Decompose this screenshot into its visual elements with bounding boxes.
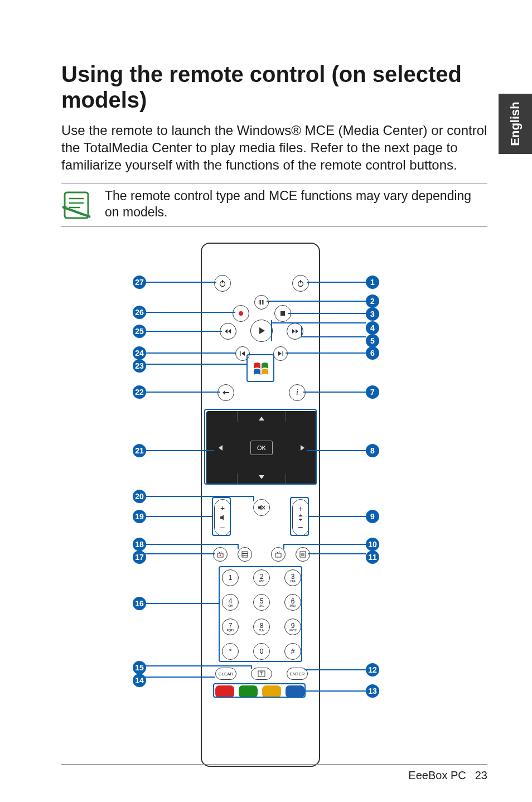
callout-25: 25 (133, 325, 146, 338)
callout-23: 23 (133, 359, 146, 373)
pc-power-button (292, 275, 309, 292)
page-heading: Using the remote control (on selected mo… (61, 61, 487, 113)
callout-1: 1 (366, 276, 379, 289)
callout-6: 6 (366, 346, 379, 360)
callout-17: 17 (133, 550, 146, 564)
callout-26: 26 (133, 306, 146, 319)
callout-18: 18 (133, 538, 146, 551)
callout-5: 5 (366, 334, 379, 347)
remote-diagram: i (61, 243, 463, 767)
callout-3: 3 (366, 307, 379, 321)
svg-rect-9 (260, 300, 261, 305)
info-button: i (289, 384, 306, 401)
callout-21: 21 (133, 444, 146, 457)
keypad-hash: # (284, 643, 301, 660)
callout-4: 4 (366, 321, 379, 335)
svg-marker-21 (220, 515, 224, 520)
svg-point-28 (220, 555, 221, 557)
callout-9: 9 (366, 510, 379, 523)
next-track-button (273, 346, 288, 361)
guide-button (238, 547, 252, 562)
keypad-5: 5JKL (253, 594, 270, 611)
nav-left-icon (219, 445, 223, 451)
keypad-4: 4GHI (222, 594, 239, 611)
nav-right-icon (301, 445, 304, 451)
callout-12: 12 (366, 663, 379, 677)
callout-13: 13 (366, 684, 379, 698)
keypad-7: 7PQRS (222, 619, 239, 635)
footer-product: EeeBox PC (408, 769, 466, 782)
back-button (217, 384, 234, 401)
intro-paragraph: Use the remote to launch the Windows® MC… (61, 122, 487, 174)
pause-button (254, 295, 269, 310)
dvd-menu-button (296, 547, 310, 562)
keypad-9: 9WXYZ (284, 619, 301, 635)
nav-down-icon (259, 475, 264, 479)
svg-rect-16 (240, 351, 241, 356)
svg-marker-25 (298, 514, 303, 516)
record-button (233, 305, 249, 322)
color-yellow-button (262, 685, 281, 698)
clear-button: CLEAR (215, 668, 236, 680)
svg-marker-12 (225, 329, 228, 334)
keypad-star: * (222, 643, 239, 660)
note-text: The remote control type and MCE function… (105, 188, 487, 221)
svg-rect-33 (275, 553, 281, 557)
nav-up-icon (259, 417, 264, 421)
windows-mce-button (248, 355, 275, 383)
footer-page-number: 23 (475, 769, 487, 782)
recorded-tv-button (213, 547, 228, 562)
color-blue-button (286, 685, 304, 698)
callout-11: 11 (366, 550, 379, 564)
svg-marker-11 (228, 329, 231, 334)
svg-rect-10 (262, 300, 263, 305)
callout-16: 16 (133, 597, 146, 610)
callout-10: 10 (366, 538, 379, 551)
callout-22: 22 (133, 385, 146, 399)
callout-7: 7 (366, 385, 379, 399)
note-block: The remote control type and MCE function… (61, 183, 487, 228)
rewind-button (220, 323, 236, 340)
svg-marker-20 (223, 390, 229, 395)
note-icon (61, 190, 91, 220)
keypad-1: 1 (222, 569, 239, 586)
svg-marker-17 (241, 351, 245, 356)
keypad-3: 3DEF (284, 569, 301, 586)
callout-2: 2 (366, 294, 379, 308)
volume-rocker: + – (214, 499, 231, 536)
color-red-button (215, 685, 234, 698)
remote-body: i (201, 243, 320, 767)
svg-marker-18 (278, 351, 282, 356)
teletext-button (251, 668, 272, 680)
tv-power-button (214, 275, 231, 292)
previous-track-button (235, 346, 250, 361)
page-footer: EeeBox PC 23 (61, 764, 487, 782)
ok-button: OK (250, 441, 273, 455)
keypad-6: 6MNO (284, 594, 301, 611)
keypad-0: 0 (253, 643, 270, 660)
svg-marker-13 (259, 327, 265, 334)
svg-marker-15 (296, 329, 298, 334)
navigation-pad-panel: OK (206, 411, 317, 485)
color-green-button (239, 685, 258, 698)
callout-14: 14 (133, 674, 146, 687)
channel-rocker: + – (292, 499, 309, 536)
svg-rect-19 (283, 351, 284, 356)
callout-24: 24 (133, 346, 146, 360)
callout-15: 15 (133, 661, 146, 674)
mute-button (253, 499, 270, 516)
svg-marker-14 (292, 329, 295, 334)
svg-marker-22 (258, 505, 262, 510)
svg-marker-26 (298, 519, 303, 521)
svg-rect-29 (242, 552, 248, 557)
callout-19: 19 (133, 510, 146, 523)
keypad-8: 8TUV (253, 619, 270, 635)
keypad-2: 2ABC (253, 569, 270, 586)
callout-8: 8 (366, 444, 379, 457)
callout-27: 27 (133, 276, 146, 289)
callout-20: 20 (133, 490, 146, 503)
play-button (250, 320, 273, 342)
